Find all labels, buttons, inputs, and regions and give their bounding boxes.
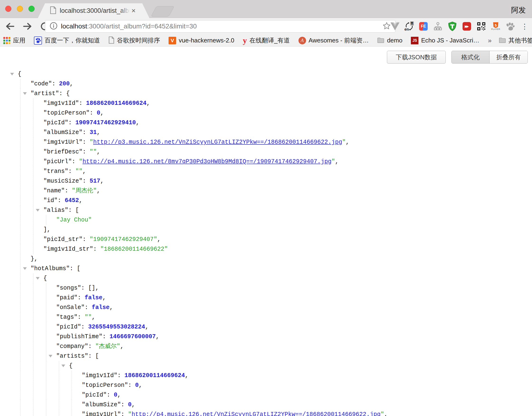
json-punctuation: ,: [157, 236, 161, 243]
baidu-paw-icon: [34, 37, 42, 45]
json-line: {: [0, 273, 532, 283]
json-line: "img1v1Id_str": "18686200114669622": [0, 244, 532, 254]
json-punctuation: ,: [97, 129, 100, 136]
json-key: "musicSize": [43, 178, 83, 184]
json-url-link[interactable]: http://p4.music.126.net/VnZiScyynLG7atLI…: [132, 411, 380, 416]
json-punctuation: :: [77, 294, 85, 301]
json-quote: ": [128, 411, 132, 416]
indent-guide: [46, 361, 46, 371]
bookmarks-overflow-icon[interactable]: »: [488, 37, 492, 44]
json-string: "杰威尔": [95, 343, 120, 350]
sitemap-icon[interactable]: [433, 21, 443, 32]
json-punctuation: },: [31, 255, 38, 262]
json-punctuation: : {: [59, 90, 70, 97]
json-line: "picId": 0,: [0, 390, 532, 400]
indent-guide: [33, 137, 33, 147]
close-window-button[interactable]: [5, 6, 11, 12]
collapse-triangle-icon[interactable]: [10, 73, 14, 75]
bookmark-vue-hackernews[interactable]: V vue-hackernews-2.0: [169, 37, 234, 44]
json-punctuation: ,: [102, 294, 106, 301]
indent-guide: [46, 400, 46, 410]
qr-code-icon[interactable]: [476, 21, 486, 32]
vue-devtools-icon[interactable]: [390, 21, 400, 32]
indent-guide: [59, 410, 59, 416]
json-line: "alias": [: [0, 205, 532, 215]
url-text: localhost:3000/artist_album?id=6452&limi…: [61, 22, 197, 30]
tab-close-icon[interactable]: ×: [131, 7, 136, 14]
json-punctuation: :: [68, 168, 75, 175]
indent-guide: [33, 273, 33, 283]
fast-play-icon[interactable]: ▶▶: [462, 21, 472, 32]
json-key: "code": [31, 80, 52, 87]
json-view: {"code": 200,"artist": {"img1v1Id": 1868…: [0, 69, 532, 416]
html5-player-icon[interactable]: 5 PLAYER: [491, 21, 501, 32]
json-punctuation: :: [58, 197, 65, 204]
format-button[interactable]: 格式化: [452, 51, 490, 63]
site-info-icon[interactable]: [49, 22, 58, 31]
indent-guide: [46, 371, 46, 380]
bookmark-echojs[interactable]: JS Echo JS - JavaScri…: [411, 37, 479, 44]
collapse-triangle-icon[interactable]: [49, 355, 52, 358]
json-key: "artist": [31, 90, 59, 97]
json-key: "topicPerson": [82, 382, 128, 389]
json-key: "img1v1Id_str": [43, 246, 93, 252]
traffic-lights: [5, 6, 35, 12]
json-punctuation: :: [81, 323, 88, 330]
indent-guide: [20, 400, 21, 410]
json-punctuation: :: [128, 382, 135, 389]
browser-tab[interactable]: localhost:3000/artist_album?id ×: [38, 3, 149, 18]
address-bar[interactable]: localhost:3000/artist_album?id=6452&limi…: [45, 20, 395, 32]
indent-guide: [33, 234, 33, 244]
json-boolean: false: [85, 294, 102, 301]
bookmark-awesomes[interactable]: A Awesomes - 前端资…: [298, 36, 369, 45]
collapse-triangle-icon[interactable]: [61, 365, 65, 367]
json-punctuation: :: [83, 178, 90, 184]
bookmark-google-sort[interactable]: 谷歌按时间排序: [109, 36, 160, 45]
collapse-all-button[interactable]: 折叠所有: [490, 51, 528, 63]
minimize-window-button[interactable]: [17, 6, 23, 12]
indent-guide: [72, 400, 72, 410]
profile-name[interactable]: 阿发: [511, 5, 526, 15]
json-key: "img1v1Url": [82, 411, 121, 416]
collapse-triangle-icon[interactable]: [23, 267, 27, 270]
chrome-menu-icon[interactable]: ⋮: [520, 21, 530, 32]
indent-guide: [33, 157, 33, 166]
translate-icon[interactable]: 英 en: [404, 21, 414, 31]
bookmark-youdao-translate[interactable]: y 在线翻译_有道: [243, 36, 290, 45]
json-key: "tags": [56, 314, 77, 321]
indent-guide: [20, 225, 21, 234]
bookmark-baidu[interactable]: 百度一下，你就知道: [34, 36, 100, 45]
forward-button[interactable]: [22, 21, 33, 32]
indent-guide: [20, 341, 21, 351]
new-tab-button[interactable]: [151, 6, 174, 17]
download-json-button[interactable]: 下载JSON数据: [387, 51, 446, 64]
json-url-link[interactable]: http://p4.music.126.net/8mv7qP30Pd3oHW8b…: [83, 158, 332, 165]
browser-window: localhost:3000/artist_album?id × 阿发 loca…: [0, 0, 532, 416]
indent-guide: [33, 410, 33, 416]
json-url-link[interactable]: http://p3.music.126.net/VnZiScyynLG7atLI…: [93, 139, 342, 146]
tampermonkey-icon[interactable]: [447, 21, 457, 32]
collapse-triangle-icon[interactable]: [23, 92, 27, 95]
bookmark-star-icon[interactable]: [382, 22, 391, 31]
indent-guide: [33, 293, 33, 303]
json-line: "picUrl": "http://p4.music.126.net/8mv7q…: [0, 157, 532, 166]
indent-guide: [33, 283, 33, 293]
json-string: "": [90, 148, 97, 155]
fe-extension-icon[interactable]: FE: [418, 21, 428, 32]
zoom-window-button[interactable]: [28, 6, 35, 12]
indent-guide: [33, 176, 33, 186]
back-button[interactable]: [4, 21, 16, 32]
paw-extension-icon[interactable]: [505, 21, 515, 32]
bookmark-folder-demo[interactable]: demo: [377, 37, 402, 44]
indent-guide: [20, 79, 21, 89]
json-key: "publishTime": [56, 333, 102, 340]
json-line: "topicPerson": 0,: [0, 380, 532, 390]
bookmark-other-folder[interactable]: 其他书签: [499, 36, 532, 45]
collapse-triangle-icon[interactable]: [36, 209, 40, 212]
collapse-triangle-icon[interactable]: [36, 277, 40, 280]
indent-guide: [33, 215, 33, 225]
json-boolean: false: [92, 304, 110, 311]
json-punctuation: ,: [185, 372, 189, 379]
bookmark-apps[interactable]: 应用: [3, 36, 25, 45]
json-line: "briefDesc": "",: [0, 147, 532, 157]
